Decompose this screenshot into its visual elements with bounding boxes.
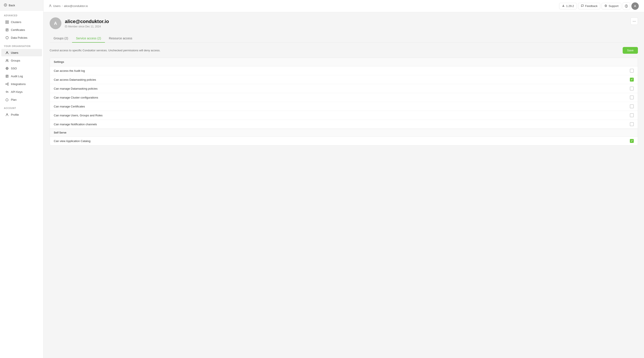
breadcrumb-separator: / [62,4,63,7]
sidebar-item-groups[interactable]: Groups [1,57,42,64]
svg-point-7 [7,60,8,60]
version-button[interactable]: 1.29.2 [559,3,577,9]
permission-checkbox-app-catalog[interactable] [630,139,634,143]
user-avatar-topbar[interactable]: A [631,2,639,10]
topbar: Users / alice@conduktor.io 1.29.2 Feedba… [44,0,644,12]
user-meta: Member since Dec 11, 2024 [65,25,109,28]
checkbox-datamasking-access[interactable] [630,78,634,81]
support-button[interactable]: Support [602,3,621,9]
svg-point-15 [50,5,51,6]
advanced-section-label: ADVANCED [0,11,43,18]
self-serve-section-header: Self Serve [50,129,638,137]
sidebar-item-certificates[interactable]: Certificates [1,26,42,33]
api-keys-label: API Keys [11,90,22,93]
permission-row-users-manage: Can manage Users, Groups and Roles [50,111,638,120]
svg-rect-3 [6,22,7,23]
groups-label: Groups [11,59,20,62]
sidebar-item-sso[interactable]: SSO [1,65,42,72]
permission-checkbox-notification-manage[interactable] [630,122,634,126]
permission-row-app-catalog: Can view Application Catalog [50,137,638,145]
account-section-label: ACCOUNT [0,103,43,111]
description-bar: Control access to specific Conduktor ser… [50,47,638,54]
breadcrumb-users-link[interactable]: Users [53,4,60,7]
clusters-icon [5,20,9,24]
sidebar-item-audit-log[interactable]: Audit Log [1,72,42,80]
svg-rect-18 [65,26,67,27]
plan-label: Plan [11,98,16,101]
permission-label-certificates-manage: Can manage Certificates [54,105,85,108]
svg-rect-1 [6,21,7,22]
permission-row-datamasking-access: Can access Datamasking policies [50,75,638,84]
checkbox-datamasking-manage[interactable] [630,86,634,90]
checkbox-app-catalog[interactable] [630,139,634,143]
checkbox-notification-manage[interactable] [630,122,634,126]
svg-point-14 [6,113,8,115]
permission-row-notification-manage: Can manage Notification channels [50,120,638,129]
sidebar-item-clusters[interactable]: Clusters [1,18,42,26]
svg-point-13 [6,91,7,92]
save-button[interactable]: Save [623,47,638,54]
permissions-table: Settings Can access the Audit log Can ac… [50,58,638,145]
permission-checkbox-cluster-config[interactable] [630,95,634,99]
tab-service-access[interactable]: Service access (2) [72,34,105,43]
settings-section-header: Settings [50,58,638,66]
svg-point-0 [4,4,7,6]
sidebar-item-plan[interactable]: Plan [1,96,42,103]
sso-label: SSO [11,67,17,70]
permission-label-notification-manage: Can manage Notification channels [54,123,97,126]
permission-checkbox-datamasking-access[interactable] [630,78,634,81]
integrations-label: Integrations [11,82,26,86]
svg-point-6 [6,60,7,60]
permission-label-datamasking-access: Can access Datamasking policies [54,78,96,81]
back-icon [4,3,7,7]
permission-label-datamasking-manage: Can manage Datamasking policies [54,87,98,90]
breadcrumb-current-user: alice@conduktor.io [64,4,88,7]
sidebar-item-integrations[interactable]: Integrations [1,80,42,88]
svg-rect-2 [8,21,8,22]
svg-point-5 [6,51,8,53]
sidebar-item-users[interactable]: Users [1,49,42,56]
feedback-icon [581,4,584,8]
version-label: 1.29.2 [566,4,574,7]
permission-label-users-manage: Can manage Users, Groups and Roles [54,114,102,117]
sidebar-item-data-policies[interactable]: Data Policies [1,34,42,41]
sidebar-item-profile[interactable]: Profile [1,111,42,118]
content-area: A alice@conduktor.io Member since Dec 11… [44,12,644,358]
users-icon [5,51,9,54]
sso-icon [5,66,9,70]
certificates-icon [5,28,9,31]
user-name: alice@conduktor.io [65,19,109,24]
org-section-label: YOUR ORGANISATION [0,41,43,49]
audit-log-label: Audit Log [11,75,23,78]
checkbox-users-manage[interactable] [630,113,634,117]
users-label: Users [11,51,18,54]
svg-point-11 [8,83,8,83]
breadcrumb: Users / alice@conduktor.io [49,4,88,8]
checkbox-audit-log[interactable] [630,69,634,73]
api-keys-icon [5,90,9,93]
permission-row-datamasking-manage: Can manage Datamasking policies [50,84,638,93]
tab-groups[interactable]: Groups (2) [50,34,72,43]
member-since: Member since Dec 11, 2024 [68,25,101,28]
theme-toggle[interactable] [623,2,630,10]
plan-icon [5,98,9,101]
permission-row-audit-log: Can access the Audit log [50,66,638,75]
description-text: Control access to specific Conduktor ser… [50,49,160,52]
permission-checkbox-users-manage[interactable] [630,113,634,117]
checkbox-cluster-config[interactable] [630,95,634,99]
permission-checkbox-datamasking-manage[interactable] [630,86,634,90]
user-header: A alice@conduktor.io Member since Dec 11… [50,17,638,29]
user-avatar-large: A [50,17,62,29]
permission-checkbox-certificates-manage[interactable] [630,104,634,108]
back-label: Back [9,4,15,7]
sidebar-item-api-keys[interactable]: API Keys [1,88,42,95]
feedback-button[interactable]: Feedback [578,3,600,9]
permission-checkbox-audit-log[interactable] [630,69,634,73]
permission-label-audit-log: Can access the Audit log [54,69,85,72]
clusters-label: Clusters [11,20,21,24]
support-label: Support [608,4,618,7]
tab-resource-access[interactable]: Resource access [105,34,136,43]
back-button[interactable]: Back [0,0,43,11]
user-actions-menu-button[interactable]: ··· [630,17,638,25]
checkbox-certificates-manage[interactable] [630,104,634,108]
